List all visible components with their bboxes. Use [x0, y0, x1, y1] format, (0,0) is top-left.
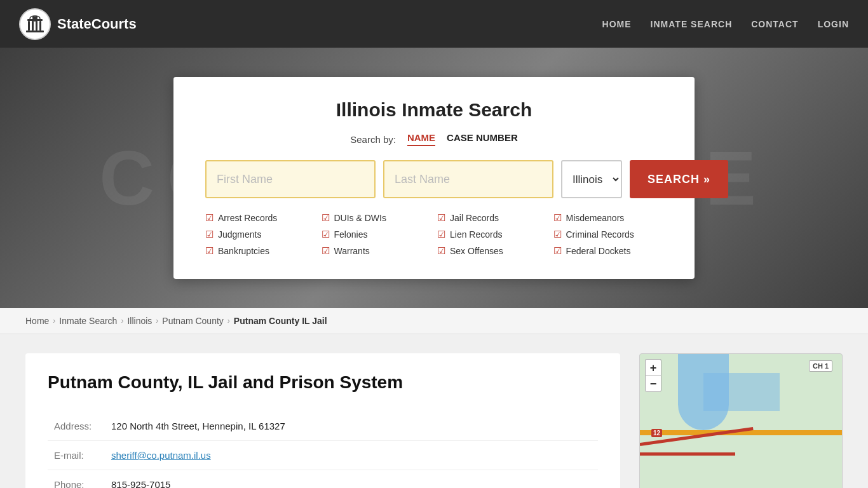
nav-inmate-search[interactable]: INMATE SEARCH: [651, 19, 733, 29]
last-name-input[interactable]: [383, 160, 553, 198]
nav-contact[interactable]: CONTACT: [751, 19, 798, 29]
check-label: Warrants: [334, 246, 370, 256]
map-area: 12 CH 1 + −: [639, 353, 843, 488]
facility-card: Putnam County, IL Jail and Prison System…: [25, 353, 620, 488]
header: StateCourts HOME INMATE SEARCH CONTACT L…: [0, 0, 868, 48]
check-icon: ☑: [553, 212, 562, 224]
check-icon: ☑: [205, 229, 214, 240]
check-item: ☑Warrants: [322, 245, 431, 257]
check-icon: ☑: [553, 245, 562, 257]
phone-label: Phone:: [48, 470, 105, 489]
phone-row: Phone: 815-925-7015: [48, 470, 598, 489]
check-label: Felonies: [334, 229, 368, 240]
check-label: Misdemeanors: [566, 213, 625, 223]
svg-rect-6: [39, 21, 41, 30]
check-item: ☑Jail Records: [437, 212, 547, 224]
email-link[interactable]: sheriff@co.putnam.il.us: [111, 450, 211, 461]
search-card-title: Illinois Inmate Search: [205, 99, 663, 121]
check-item: ☑Judgments: [205, 229, 315, 240]
breadcrumb-county[interactable]: Putnam County: [162, 316, 224, 326]
check-icon: ☑: [205, 245, 214, 257]
tab-case-number[interactable]: CASE NUMBER: [447, 132, 518, 146]
main-content: Putnam County, IL Jail and Prison System…: [0, 334, 868, 488]
logo-area: StateCourts: [19, 8, 137, 40]
search-by-row: Search by: NAME CASE NUMBER: [205, 132, 663, 146]
search-button[interactable]: SEARCH »: [630, 160, 728, 198]
check-item: ☑Sex Offenses: [437, 245, 547, 257]
breadcrumb-sep-3: ›: [156, 316, 158, 325]
check-item: ☑DUIs & DWIs: [322, 212, 431, 224]
svg-rect-2: [32, 17, 37, 19]
breadcrumb-sep-4: ›: [227, 316, 230, 325]
map-road-num: 12: [651, 429, 662, 437]
map-water-2: [703, 373, 780, 411]
check-icon: ☑: [322, 245, 330, 257]
hero-section: COURTHOUSE Illinois Inmate Search Search…: [0, 48, 868, 308]
check-item: ☑Felonies: [322, 229, 431, 240]
check-icon: ☑: [322, 212, 330, 224]
svg-rect-4: [32, 21, 34, 30]
facility-info-table: Address: 120 North 4th Street, Hennepin,…: [48, 412, 598, 488]
svg-rect-3: [28, 21, 30, 30]
map-road-red2: [640, 452, 735, 456]
check-label: Arrest Records: [218, 213, 277, 223]
check-item: ☑Criminal Records: [553, 229, 663, 240]
check-icon: ☑: [437, 212, 445, 224]
phone-value: 815-925-7015: [105, 470, 598, 489]
check-icon: ☑: [553, 229, 562, 240]
check-icon: ☑: [437, 229, 445, 240]
nav-home[interactable]: HOME: [602, 19, 632, 29]
check-label: Lien Records: [450, 229, 503, 240]
check-label: Judgments: [218, 229, 261, 240]
breadcrumb-current: Putnam County IL Jail: [234, 316, 327, 326]
check-label: Jail Records: [450, 213, 499, 223]
breadcrumb: Home › Inmate Search › Illinois › Putnam…: [0, 308, 868, 334]
map-zoom-in[interactable]: +: [645, 359, 661, 376]
facility-title: Putnam County, IL Jail and Prison System: [48, 372, 598, 393]
logo-icon: [19, 8, 51, 40]
email-row: E-mail: sheriff@co.putnam.il.us: [48, 441, 598, 470]
svg-rect-5: [36, 21, 37, 30]
tab-name[interactable]: NAME: [407, 132, 435, 146]
search-inputs-row: Illinois SEARCH »: [205, 160, 663, 198]
check-item: ☑Misdemeanors: [553, 212, 663, 224]
check-item: ☑Lien Records: [437, 229, 547, 240]
checks-grid: ☑Arrest Records☑DUIs & DWIs☑Jail Records…: [205, 212, 663, 257]
breadcrumb-sep-2: ›: [121, 316, 123, 325]
main-nav: HOME INMATE SEARCH CONTACT LOGIN: [602, 19, 849, 29]
check-item: ☑Federal Dockets: [553, 245, 663, 257]
check-item: ☑Bankruptcies: [205, 245, 315, 257]
address-value: 120 North 4th Street, Hennepin, IL 61327: [105, 412, 598, 441]
nav-login[interactable]: LOGIN: [818, 19, 849, 29]
breadcrumb-sep-1: ›: [53, 316, 55, 325]
map-controls: + −: [645, 359, 661, 392]
search-by-label: Search by:: [350, 134, 396, 145]
check-label: Bankruptcies: [218, 246, 269, 256]
breadcrumb-home[interactable]: Home: [25, 316, 49, 326]
check-label: Sex Offenses: [450, 246, 503, 256]
check-label: Federal Dockets: [566, 246, 631, 256]
email-label: E-mail:: [48, 441, 105, 470]
address-label: Address:: [48, 412, 105, 441]
breadcrumb-state[interactable]: Illinois: [127, 316, 152, 326]
search-card: Illinois Inmate Search Search by: NAME C…: [173, 77, 695, 279]
check-icon: ☑: [437, 245, 445, 257]
check-label: Criminal Records: [566, 229, 634, 240]
breadcrumb-inmate-search[interactable]: Inmate Search: [59, 316, 117, 326]
check-label: DUIs & DWIs: [334, 213, 386, 223]
check-icon: ☑: [322, 229, 330, 240]
first-name-input[interactable]: [205, 160, 376, 198]
map-ch1-label: CH 1: [809, 360, 832, 372]
state-select[interactable]: Illinois: [561, 160, 622, 198]
address-row: Address: 120 North 4th Street, Hennepin,…: [48, 412, 598, 441]
check-icon: ☑: [205, 212, 214, 224]
map-zoom-out[interactable]: −: [645, 376, 661, 392]
site-name: StateCourts: [57, 16, 137, 32]
check-item: ☑Arrest Records: [205, 212, 315, 224]
email-value: sheriff@co.putnam.il.us: [105, 441, 598, 470]
svg-rect-0: [26, 30, 44, 32]
